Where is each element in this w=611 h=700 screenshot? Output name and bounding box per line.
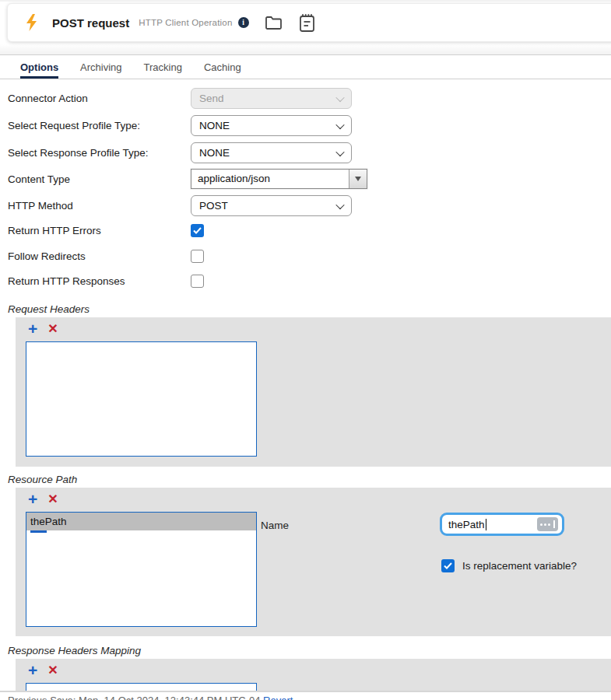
list-item-focus-accent [30, 530, 47, 533]
content-type-combobox[interactable]: application/json [191, 169, 367, 189]
form-row-connector-action: Connector Action Send [8, 88, 352, 109]
field-label: Select Response Profile Type: [8, 147, 191, 159]
form-row-return-http-errors: Return HTTP Errors [8, 224, 204, 237]
header-divider [0, 54, 611, 55]
select-value: Send [199, 93, 224, 104]
previous-save-footer: Previous Save: Mon, 14 Oct 2024, 12:43:4… [8, 695, 293, 700]
request-headers-panel: + ✕ [16, 317, 611, 467]
response-headers-mapping-list[interactable] [26, 683, 257, 691]
request-profile-type-select[interactable]: NONE [191, 115, 352, 136]
add-row-button[interactable]: + [28, 492, 37, 507]
return-http-errors-checkbox[interactable] [191, 224, 204, 237]
form-row-response-profile: Select Response Profile Type: NONE [8, 142, 352, 163]
check-icon [193, 227, 202, 234]
combobox-value: application/json [191, 170, 349, 188]
ellipsis-editor-button[interactable] [537, 517, 558, 531]
resource-path-list[interactable]: thePath [26, 512, 257, 627]
resource-path-panel: + ✕ thePath Name thePath Is replacement … [16, 488, 611, 636]
field-label: Select Request Profile Type: [8, 120, 191, 131]
return-http-responses-checkbox[interactable] [191, 275, 204, 288]
chevron-down-icon [335, 147, 344, 156]
request-headers-title: Request Headers [8, 303, 90, 315]
form-row-request-profile: Select Request Profile Type: NONE [8, 115, 352, 136]
tab-caching[interactable]: Caching [204, 61, 241, 79]
grid-toolbar: + ✕ [28, 321, 58, 337]
add-row-button[interactable]: + [28, 663, 37, 678]
name-input[interactable]: thePath [440, 513, 564, 536]
component-title: POST request [52, 16, 129, 30]
response-headers-mapping-title: Response Headers Mapping [8, 645, 141, 656]
connector-action-select[interactable]: Send [191, 88, 352, 109]
tab-bar: Options Archiving Tracking Caching [0, 60, 611, 79]
chevron-down-icon [335, 200, 344, 208]
replacement-variable-row: Is replacement variable? [441, 559, 577, 572]
delete-row-button[interactable]: ✕ [47, 321, 58, 337]
select-value: NONE [199, 120, 230, 131]
tab-archiving[interactable]: Archiving [80, 61, 121, 79]
select-value: NONE [199, 147, 230, 159]
field-label: Connector Action [8, 93, 191, 104]
response-profile-type-select[interactable]: NONE [191, 142, 352, 163]
content-bottom-divider [0, 691, 611, 692]
follow-redirects-checkbox[interactable] [191, 250, 204, 263]
component-header-card: POST request HTTP Client Operation i [7, 3, 611, 42]
check-icon [444, 562, 452, 569]
component-type-label: HTTP Client Operation [139, 18, 232, 27]
grid-toolbar: + ✕ [28, 492, 58, 507]
previous-save-text: Previous Save: Mon, 14 Oct 2024, 12:43:4… [8, 695, 260, 700]
http-method-select[interactable]: POST [191, 195, 352, 216]
chevron-down-icon [335, 93, 344, 101]
header-shadow [0, 44, 611, 54]
field-label: Return HTTP Responses [8, 275, 191, 287]
field-label: Return HTTP Errors [8, 225, 191, 236]
chevron-down-icon [335, 120, 344, 128]
combobox-dropdown-button[interactable] [349, 170, 367, 188]
field-label: HTTP Method [8, 200, 191, 212]
form-row-http-method: HTTP Method POST [8, 195, 352, 216]
info-icon[interactable]: i [238, 17, 249, 28]
add-row-button[interactable]: + [28, 321, 37, 337]
form-row-return-http-responses: Return HTTP Responses [8, 275, 204, 288]
replacement-variable-label: Is replacement variable? [462, 560, 577, 572]
field-label: Content Type [8, 173, 191, 185]
list-item-selected[interactable]: thePath [26, 513, 256, 530]
form-row-content-type: Content Type application/json [8, 169, 367, 189]
ellipsis-bar [553, 520, 555, 528]
delete-row-button[interactable]: ✕ [47, 492, 58, 507]
input-value: thePath [448, 519, 485, 530]
request-headers-list[interactable] [26, 341, 257, 457]
tab-tracking[interactable]: Tracking [144, 61, 182, 79]
resource-path-title: Resource Path [8, 474, 77, 485]
lightning-bolt-icon [25, 14, 38, 31]
form-row-follow-redirects: Follow Redirects [8, 250, 204, 263]
tab-options[interactable]: Options [20, 61, 58, 79]
grid-toolbar: + ✕ [28, 663, 58, 678]
http-client-operation-page: { "header": { "title": "POST request", "… [0, 0, 611, 700]
dropdown-arrow-icon [355, 177, 361, 181]
page-top-border [0, 0, 611, 2]
notes-clipboard-icon[interactable] [299, 13, 315, 33]
delete-row-button[interactable]: ✕ [47, 663, 58, 678]
is-replacement-variable-checkbox[interactable] [441, 559, 455, 572]
field-label: Follow Redirects [8, 250, 191, 262]
name-label: Name [261, 520, 289, 531]
text-cursor [486, 519, 487, 530]
response-headers-mapping-panel: + ✕ [16, 659, 611, 691]
revert-link[interactable]: Revert [263, 695, 293, 700]
folder-icon[interactable] [265, 15, 283, 30]
select-value: POST [199, 200, 228, 212]
